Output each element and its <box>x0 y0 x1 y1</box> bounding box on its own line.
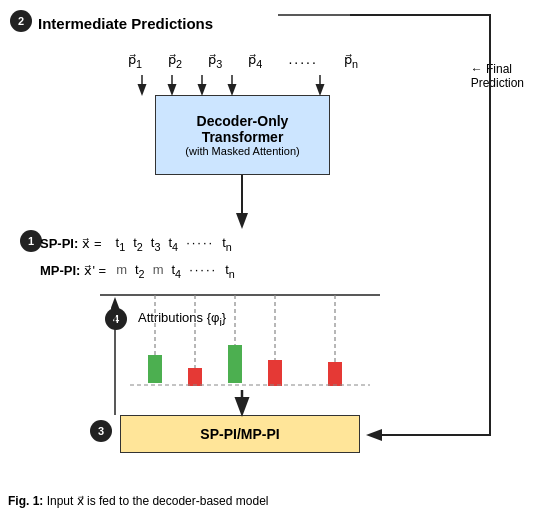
t4-mp: t4 <box>171 262 181 280</box>
p-dots: ····· <box>288 54 317 70</box>
t2: t2 <box>133 235 143 253</box>
step-1-circle: 1 <box>20 230 42 252</box>
sppi-label: SP-PI: <box>40 236 78 251</box>
step-3-circle: 3 <box>90 420 112 442</box>
decoder-sub: (with Masked Attention) <box>185 145 299 157</box>
p4-label: p⃗4 <box>248 52 262 70</box>
tn-mp: tn <box>225 262 235 280</box>
p1-label: p⃗1 <box>128 52 142 70</box>
p2-label: p⃗2 <box>168 52 182 70</box>
t3: t3 <box>151 235 161 253</box>
attributions-label: Attributions {φi} <box>138 310 226 328</box>
step-3-label: 3 <box>98 425 104 437</box>
svg-rect-15 <box>268 360 282 386</box>
t1: t1 <box>116 235 126 253</box>
final-prediction-label: ← FinalPrediction <box>471 62 524 90</box>
mppi-label: MP-PI: <box>40 263 80 278</box>
diagram-container: 2 Intermediate Predictions ← FinalPredic… <box>0 0 544 510</box>
mppi-xprime: x⃗' = <box>84 263 106 278</box>
sppi-mppi-box: SP-PI/MP-PI <box>120 415 360 453</box>
svg-rect-14 <box>188 368 202 386</box>
p3-label: p⃗3 <box>208 52 222 70</box>
t2-mp: t2 <box>135 262 145 280</box>
bottom-description: Fig. 1: Input x⃗ is fed to the decoder-b… <box>0 492 544 510</box>
decoder-box: Decoder-Only Transformer (with Masked At… <box>155 95 330 175</box>
svg-rect-12 <box>148 355 162 383</box>
intermediate-predictions-label: Intermediate Predictions <box>38 15 213 32</box>
step-2-label: 2 <box>18 15 24 27</box>
p-labels-row: p⃗1 p⃗2 p⃗3 p⃗4 ····· p⃗n <box>128 52 358 70</box>
tn: tn <box>222 235 232 253</box>
decoder-title: Decoder-Only <box>197 113 289 129</box>
mppi-values: m t2 m t4 ····· tn <box>116 262 235 280</box>
sppi-mppi-label: SP-PI/MP-PI <box>200 426 279 442</box>
sppi-values: t1 t2 t3 t4 ····· tn <box>116 235 232 253</box>
t-dots: ····· <box>186 235 214 253</box>
t4: t4 <box>168 235 178 253</box>
decoder-title2: Transformer <box>202 129 284 145</box>
step-1-label: 1 <box>28 235 34 247</box>
pn-label: p⃗n <box>344 52 358 70</box>
mppi-row: MP-PI: x⃗' = m t2 m t4 ····· tn <box>40 262 235 280</box>
mp-dots: ····· <box>189 262 217 280</box>
m3: m <box>153 262 164 280</box>
step-2-circle: 2 <box>10 10 32 32</box>
svg-rect-16 <box>328 362 342 386</box>
sppi-row: SP-PI: x⃗ = t1 t2 t3 t4 ····· tn <box>40 235 232 253</box>
svg-rect-13 <box>228 345 242 383</box>
sppi-xvec: x⃗ = <box>82 236 101 251</box>
step-4-label: 4 <box>113 313 119 325</box>
m1: m <box>116 262 127 280</box>
step-4-circle: 4 <box>105 308 127 330</box>
